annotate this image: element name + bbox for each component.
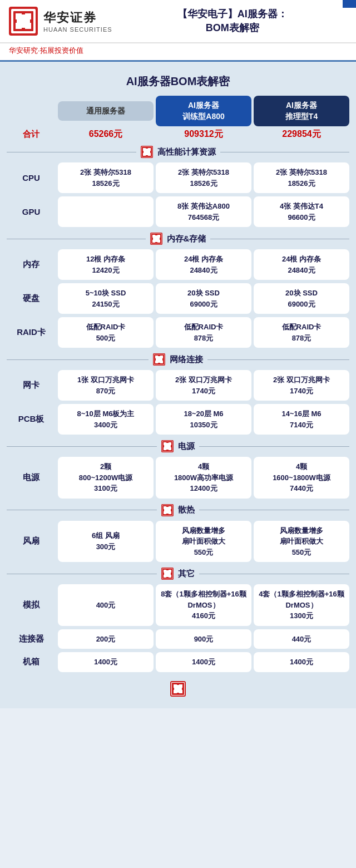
svg-rect-24	[157, 240, 160, 243]
cell-t4-0-1: 4张 英伟达T496600元	[254, 196, 349, 227]
section-icon	[150, 233, 162, 245]
data-row-1-1: 硬盘5~10块 SSD24150元20块 SSD69000元20块 SSD690…	[7, 283, 349, 314]
cell-t4-5-0: 4套（1颗多相控制器+16颗DrMOS）1300元	[254, 584, 349, 626]
svg-rect-12	[143, 148, 146, 151]
total-label: 合计	[7, 129, 56, 140]
svg-rect-40	[169, 442, 171, 445]
cell-a800-2-1: 18~20层 M610350元	[156, 404, 251, 435]
row-label-5-0: 模拟	[7, 584, 56, 626]
row-label-0-1: GPU	[7, 196, 56, 227]
cell-a800-1-1: 20块 SSD69000元	[156, 283, 251, 314]
section-divider-1: 内存&存储	[7, 233, 349, 245]
svg-rect-8	[17, 19, 30, 23]
cell-a800-5-1: 900元	[156, 629, 251, 649]
main-content: AI服务器BOM表解密 通用服务器 AI服务器训练型A800 AI服务器推理型T…	[0, 62, 356, 708]
data-row-4-0: 风扇6组 风扇300元风扇数量增多扇叶面积做大550元风扇数量增多扇叶面积做大5…	[7, 521, 349, 563]
cell-general-5-2: 1400元	[58, 652, 154, 672]
total-general: 65266元	[58, 129, 154, 140]
cell-t4-1-0: 24根 内存条24840元	[254, 249, 349, 280]
section-name: 散热	[178, 505, 195, 515]
total-row: 合计 65266元 909312元 229854元	[7, 129, 349, 140]
section-divider-2: 网络连接	[7, 353, 349, 366]
cell-a800-5-0: 8套（1颗多相控制器+16颗DrMOS）4160元	[156, 584, 251, 626]
logo-en: HUAAN SECURITIES	[43, 26, 112, 33]
svg-rect-71	[174, 688, 182, 690]
svg-rect-15	[148, 153, 151, 156]
row-label-1-1: 硬盘	[7, 283, 56, 314]
svg-rect-13	[148, 148, 151, 151]
cell-general-0-0: 2张 英特尔531818526元	[58, 162, 154, 193]
data-row-2-1: PCB板8~10层 M6板为主3400元18~20层 M610350元14~16…	[7, 404, 349, 435]
cell-general-2-1: 8~10层 M6板为主3400元	[58, 404, 154, 435]
page-title: AI服务器BOM表解密	[7, 68, 349, 96]
svg-rect-23	[152, 240, 155, 243]
svg-rect-17	[144, 151, 150, 153]
section-name: 网络连接	[170, 354, 203, 365]
svg-rect-21	[152, 235, 155, 238]
divider-line-left	[7, 152, 136, 152]
cell-general-4-0: 6组 风扇300元	[58, 521, 154, 563]
svg-rect-14	[143, 153, 146, 156]
section-icon	[161, 440, 174, 452]
cell-t4-0-0: 2张 英特尔531818526元	[254, 162, 349, 193]
section-icon	[141, 146, 153, 158]
cell-general-0-1	[58, 196, 154, 227]
logo-text: 华安证券 HUAAN SECURITIES	[43, 9, 112, 33]
logo-area: 华安证券 HUAAN SECURITIES	[9, 7, 112, 36]
divider-line-right	[210, 239, 349, 239]
total-t4: 229854元	[254, 129, 349, 140]
section-divider-5: 其它	[7, 568, 349, 580]
cell-general-5-0: 400元	[58, 584, 154, 626]
row-label-0-0: CPU	[7, 162, 56, 193]
section-name: 其它	[178, 569, 195, 579]
cell-general-1-1: 5~10块 SSD24150元	[58, 283, 154, 314]
cell-general-2-0: 1张 双口万兆网卡870元	[58, 370, 154, 401]
cell-t4-1-1: 20块 SSD69000元	[254, 283, 349, 314]
row-label-1-0: 内存	[7, 249, 56, 280]
svg-rect-58	[169, 570, 171, 573]
data-row-3-0: 电源2颗800~1200W电源3100元4颗1800W高功率电源12400元4颗…	[7, 457, 349, 499]
divider-line-right	[220, 152, 350, 152]
divider-line-left	[7, 239, 146, 239]
data-row-5-2: 机箱1400元1400元1400元	[7, 652, 349, 672]
cell-a800-0-0: 2张 英特尔531818526元	[156, 162, 251, 193]
col-header-general: 通用服务器	[58, 101, 154, 121]
section-name: 内存&存储	[167, 234, 206, 244]
svg-rect-53	[164, 509, 171, 511]
svg-rect-50	[164, 511, 166, 514]
divider-line-left	[7, 359, 149, 360]
row-label-5-2: 机箱	[7, 652, 56, 672]
row-label-2-1: PCB板	[7, 404, 56, 435]
header: 华安证券 HUAAN SECURITIES 【华安电子】AI服务器： BOM表解…	[0, 0, 356, 43]
data-row-5-1: 连接器200元900元440元	[7, 629, 349, 649]
svg-rect-68	[174, 690, 177, 693]
section-divider-4: 散热	[7, 504, 349, 516]
total-a800: 909312元	[156, 129, 251, 140]
cell-a800-0-1: 8张 英伟达A800764568元	[156, 196, 251, 227]
data-row-0-0: CPU2张 英特尔531818526元2张 英特尔531818526元2张 英特…	[7, 162, 349, 193]
footer-icon	[170, 681, 186, 697]
cell-t4-5-2: 1400元	[254, 652, 349, 672]
svg-rect-60	[169, 575, 171, 578]
cell-t4-5-1: 440元	[254, 629, 349, 649]
row-label-1-2: RAID卡	[7, 317, 56, 348]
sub-header: 华安研究·拓展投资价值	[0, 43, 356, 62]
cell-t4-1-2: 低配RAID卡878元	[254, 317, 349, 348]
divider-line-right	[199, 446, 349, 447]
svg-rect-67	[179, 684, 182, 688]
logo-cn: 华安证券	[43, 9, 112, 26]
svg-rect-26	[153, 238, 160, 240]
svg-rect-69	[179, 690, 182, 693]
svg-rect-41	[164, 447, 166, 450]
section-name: 高性能计算资源	[157, 147, 216, 157]
cell-a800-5-2: 1400元	[156, 652, 251, 672]
cell-general-3-0: 2颗800~1200W电源3100元	[58, 457, 154, 499]
cell-t4-2-0: 2张 双口万兆网卡1740元	[254, 370, 349, 401]
svg-rect-44	[164, 445, 171, 447]
cell-general-5-1: 200元	[58, 629, 154, 649]
cell-a800-1-0: 24根 内存条24840元	[156, 249, 251, 280]
row-label-4-0: 风扇	[7, 521, 56, 563]
divider-line-right	[199, 510, 349, 510]
svg-rect-22	[157, 235, 160, 238]
section-icon	[153, 353, 165, 366]
